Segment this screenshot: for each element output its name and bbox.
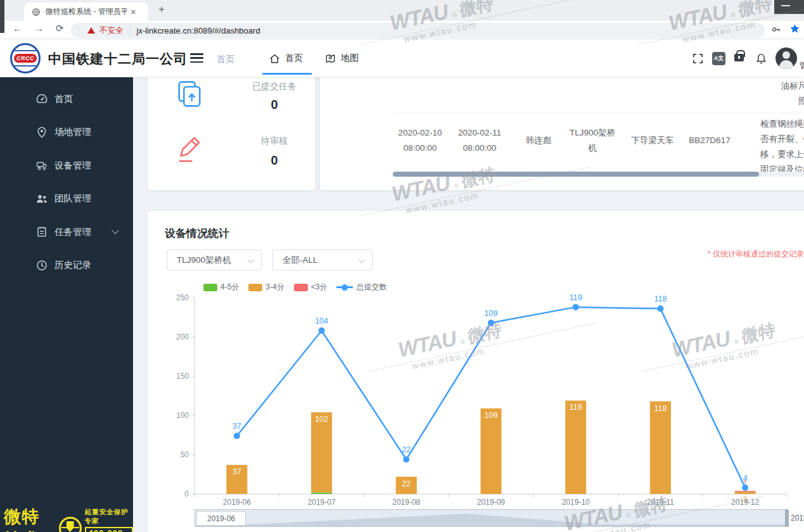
svg-text:0: 0 bbox=[184, 490, 189, 498]
sidebar-item-label: 团队管理 bbox=[54, 193, 91, 205]
legend-item[interactable]: 3-4分 bbox=[248, 282, 284, 293]
legend-item[interactable]: <3分 bbox=[294, 282, 328, 293]
sidebar-item-dashboard[interactable]: 首页 bbox=[0, 86, 133, 111]
table-cell-description: 检查钢丝绳固定端否有开裂、钢丝绳 移，要求上传钢丝固定端及位移线 bbox=[760, 117, 804, 177]
legend-swatch bbox=[248, 284, 262, 291]
back-icon[interactable]: ← bbox=[13, 23, 22, 34]
table-cell-start: 2020-02-1008:00:00 bbox=[388, 125, 452, 156]
stat-value: 0 bbox=[243, 98, 306, 112]
sidebar-item-label: 设备管理 bbox=[54, 160, 91, 172]
password-key-icon[interactable] bbox=[770, 24, 781, 35]
team-icon bbox=[35, 193, 48, 205]
svg-text:102: 102 bbox=[315, 415, 328, 424]
hamburger-menu-icon[interactable] bbox=[190, 53, 203, 65]
crcc-logo-text: CRCC bbox=[14, 54, 37, 63]
datazoom-start-label[interactable]: 2019-06 bbox=[196, 511, 246, 526]
browser-tab[interactable]: 微特巡检系统 - 管理员平台 × bbox=[24, 3, 148, 21]
select-value: TLJ900架桥机 bbox=[177, 255, 231, 266]
screen: 微特巡检系统 - 管理员平台 × + ← → ⟳ 不安全 jx-linkcrea… bbox=[0, 0, 804, 532]
submitted-tasks-icon bbox=[173, 79, 206, 111]
chevron-down-icon bbox=[359, 257, 365, 263]
sidebar-item-history[interactable]: 历史记录 bbox=[0, 253, 133, 278]
bell-icon[interactable] bbox=[755, 53, 767, 65]
legend-line-swatch bbox=[336, 286, 353, 288]
device-icon bbox=[35, 159, 48, 172]
legend-item[interactable]: 4-5分 bbox=[203, 282, 239, 293]
device-type-select[interactable]: TLJ900架桥机 bbox=[167, 250, 262, 270]
map-icon bbox=[324, 53, 336, 65]
tab-home-label: 首页 bbox=[285, 53, 303, 64]
main-content: 已提交任务 0 待审核 0 08:00:00 08:00:00 车 D 油标尺和… bbox=[133, 77, 804, 532]
forward-icon[interactable]: → bbox=[34, 23, 44, 34]
svg-text:104: 104 bbox=[315, 317, 328, 326]
url-text[interactable]: jx-linkcreate.cn:8089/#/dashboard bbox=[137, 26, 260, 35]
legend-item[interactable]: 总提交数 bbox=[336, 282, 386, 293]
table-cell: D bbox=[681, 77, 738, 81]
svg-text:37: 37 bbox=[233, 467, 241, 476]
scope-select[interactable]: 全部-ALL bbox=[272, 250, 373, 270]
sidebar-item-task[interactable]: 任务管理 bbox=[0, 219, 133, 244]
crcc-logo: CRCC bbox=[10, 43, 41, 73]
svg-text:22: 22 bbox=[402, 445, 411, 454]
sidebar-item-label: 历史记录 bbox=[54, 259, 91, 271]
security-label[interactable]: 不安全 bbox=[99, 25, 124, 36]
sidebar-item-device[interactable]: 设备管理 bbox=[0, 153, 133, 178]
address-bar[interactable]: 不安全 jx-linkcreate.cn:8089/#/dashboard bbox=[71, 23, 765, 38]
tab-map[interactable]: 地图 bbox=[324, 39, 359, 77]
brand-tagline: 起重安全保护专家 bbox=[85, 508, 133, 526]
location-icon bbox=[35, 126, 48, 139]
chart-legend[interactable]: 4-5分3-4分<3分总提交数 bbox=[203, 282, 386, 293]
tab-home[interactable]: 首页 bbox=[269, 39, 303, 77]
stat-value: 0 bbox=[243, 153, 306, 168]
chevron-down-icon bbox=[248, 257, 254, 263]
legend-swatch bbox=[203, 284, 217, 291]
reload-icon[interactable]: ⟳ bbox=[56, 23, 64, 34]
svg-text:118: 118 bbox=[654, 404, 667, 413]
panel-note: * 仅统计审核通过的提交记录 bbox=[671, 249, 804, 260]
table-cell: 车 bbox=[564, 77, 621, 81]
table-cell-code: BB27D617 bbox=[681, 133, 738, 148]
horizontal-scrollbar[interactable] bbox=[393, 172, 804, 177]
stat-label: 已提交任务 bbox=[243, 81, 306, 92]
table-cell-part: 下导梁天车 bbox=[621, 133, 684, 148]
select-value: 全部-ALL bbox=[283, 255, 318, 266]
sidebar-item-label: 任务管理 bbox=[54, 226, 91, 238]
sidebar-item-label: 场地管理 bbox=[54, 126, 91, 138]
avatar[interactable] bbox=[775, 48, 797, 69]
sidebar-item-location[interactable]: 场地管理 bbox=[0, 120, 133, 145]
stat-label: 待审核 bbox=[243, 136, 306, 147]
table-cell-device: TLJ900架桥机 bbox=[564, 125, 621, 156]
bookmark-star-icon[interactable] bbox=[789, 23, 800, 37]
lock-icon[interactable] bbox=[734, 54, 744, 61]
table-cell: 照片。 bbox=[760, 94, 804, 109]
svg-text:50: 50 bbox=[181, 450, 189, 459]
svg-text:150: 150 bbox=[176, 372, 189, 381]
tab-map-label: 地图 bbox=[341, 53, 359, 64]
security-warning-icon bbox=[87, 27, 95, 34]
svg-text:100: 100 bbox=[176, 411, 189, 420]
svg-text:200: 200 bbox=[176, 332, 189, 341]
translate-icon[interactable]: A文 bbox=[712, 52, 725, 65]
sidebar-item-team[interactable]: 团队管理 bbox=[0, 186, 133, 212]
svg-text:2019-07: 2019-07 bbox=[308, 498, 336, 507]
minimize-button[interactable] bbox=[781, 5, 790, 6]
fullscreen-icon[interactable] bbox=[692, 53, 704, 65]
browser-tabstrip: 微特巡检系统 - 管理员平台 × + bbox=[0, 0, 804, 21]
scrollbar-thumb[interactable] bbox=[393, 172, 759, 177]
datazoom-end-label: 2019-12 bbox=[791, 514, 804, 522]
datazoom-silhouette bbox=[195, 510, 787, 526]
svg-text:250: 250 bbox=[176, 293, 189, 302]
window-frame-edge bbox=[0, 0, 4, 33]
tab-close-icon[interactable]: × bbox=[131, 6, 136, 17]
company-title: 中国铁建十二局一公司 bbox=[48, 50, 188, 68]
svg-text:2019-09: 2019-09 bbox=[477, 498, 505, 507]
datazoom-right-handle[interactable] bbox=[785, 509, 789, 527]
new-tab-button[interactable]: + bbox=[154, 3, 169, 16]
task-icon bbox=[35, 225, 48, 238]
app-header: CRCC 中国铁建十二局一公司 首页 首页 地图 A文 管理员 bbox=[0, 39, 804, 77]
svg-text:2019-06: 2019-06 bbox=[223, 498, 251, 507]
dashboard-icon bbox=[35, 92, 48, 105]
datazoom-slider[interactable]: 2019-06 2019-12 bbox=[195, 509, 788, 527]
history-icon bbox=[35, 259, 48, 272]
svg-text:119: 119 bbox=[570, 293, 582, 302]
